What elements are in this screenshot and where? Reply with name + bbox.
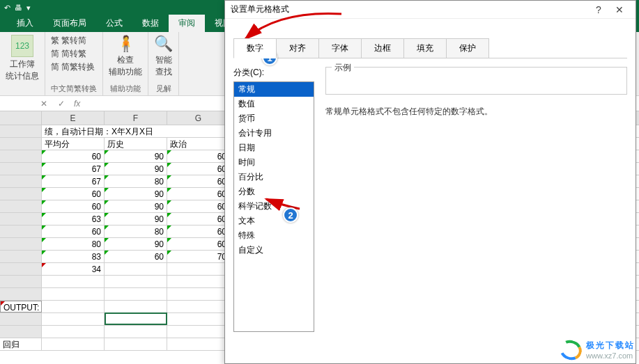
cell[interactable]: 60 — [167, 150, 230, 162]
tab-pagelayout[interactable]: 页面布局 — [43, 15, 96, 32]
category-item[interactable]: 文本 — [234, 214, 314, 228]
ribbon-group-insights: 🔍 智能 查找 见解 — [148, 32, 179, 95]
dialog-tab-font[interactable]: 字体 — [318, 38, 362, 58]
cell[interactable] — [42, 313, 105, 325]
cell[interactable] — [105, 263, 167, 275]
category-description: 常规单元格格式不包含任何特定的数字格式。 — [325, 106, 627, 118]
dialog-close-button[interactable]: ✕ — [609, 4, 630, 15]
cell[interactable]: 83 — [42, 251, 105, 262]
cell[interactable]: 90 — [105, 213, 167, 225]
cell[interactable]: 平均分 — [42, 138, 105, 150]
simp-trad-convert-button[interactable]: 简 简繁转换 — [51, 61, 97, 73]
title-cell[interactable]: 绩，自动计日期：X年X月X日 — [42, 125, 230, 137]
tab-insert[interactable]: 插入 — [7, 15, 43, 32]
ribbon-group-translate: 繁 繁转简 简 简转繁 简 简繁转换 中文简繁转换 — [45, 32, 103, 95]
cell[interactable] — [42, 338, 105, 350]
cell[interactable] — [167, 313, 230, 325]
cell[interactable] — [105, 338, 167, 350]
qat-undo-icon[interactable]: ↶ — [4, 3, 10, 13]
dialog-tab-alignment[interactable]: 对齐 — [276, 38, 319, 58]
category-item[interactable]: 百分比 — [234, 170, 314, 184]
cell[interactable] — [167, 288, 230, 300]
col-header-g[interactable]: G — [167, 111, 230, 125]
category-listbox[interactable]: 常规数值货币会计专用日期时间百分比分数科学记数文本特殊自定义 — [233, 81, 314, 332]
cell[interactable] — [105, 276, 167, 287]
cell[interactable]: 60 — [42, 225, 105, 237]
qat-print-icon[interactable]: 🖶 — [15, 3, 22, 12]
preview-box: 示例 — [325, 67, 627, 95]
cell[interactable]: 60 — [167, 200, 230, 212]
cell[interactable]: 60 — [105, 251, 167, 262]
cell[interactable]: 90 — [105, 238, 167, 250]
cell[interactable]: 80 — [42, 238, 105, 250]
cell[interactable]: 80 — [105, 225, 167, 237]
cell[interactable] — [105, 288, 167, 300]
category-item[interactable]: 特殊 — [234, 228, 314, 243]
cell[interactable]: 90 — [105, 150, 167, 162]
category-item[interactable]: 数值 — [234, 97, 314, 111]
cell[interactable]: 60 — [42, 188, 105, 200]
cell[interactable]: 60 — [42, 150, 105, 162]
cell[interactable]: 60 — [42, 200, 105, 212]
enter-icon[interactable]: ✓ — [58, 99, 65, 109]
cell[interactable]: 80 — [105, 175, 167, 187]
workbook-stats-button[interactable]: 123 工作簿 统计信息 — [6, 35, 39, 82]
dialog-tab-number[interactable]: 数字 — [233, 38, 277, 58]
insights-group-label: 见解 — [154, 84, 173, 94]
cell[interactable]: 60 — [167, 188, 230, 200]
cell[interactable]: 34 — [42, 263, 105, 275]
cell[interactable] — [42, 288, 105, 300]
cell[interactable] — [42, 301, 105, 312]
cell[interactable]: 67 — [42, 175, 105, 187]
cancel-icon[interactable]: ✕ — [40, 99, 47, 109]
dialog-tab-fill[interactable]: 填充 — [403, 38, 447, 58]
cell[interactable] — [42, 276, 105, 287]
cell[interactable]: 60 — [167, 163, 230, 175]
cell[interactable]: 历史 — [105, 138, 167, 150]
cell[interactable] — [167, 326, 230, 338]
cell[interactable]: 90 — [105, 188, 167, 200]
cell[interactable]: 70 — [167, 251, 230, 262]
cell[interactable]: 60 — [167, 175, 230, 187]
smart-lookup-button[interactable]: 🔍 智能 查找 — [154, 35, 173, 78]
watermark-url: www.xz7.com — [586, 351, 635, 360]
cell[interactable]: 60 — [167, 213, 230, 225]
category-item[interactable]: 日期 — [234, 141, 314, 155]
cell[interactable]: 60 — [167, 225, 230, 237]
check-accessibility-button[interactable]: 🧍 检查 辅助功能 — [109, 35, 142, 78]
col-header-f[interactable]: F — [105, 111, 167, 125]
cell[interactable]: 90 — [105, 163, 167, 175]
trad-to-simp-button[interactable]: 繁 繁转简 — [51, 35, 97, 47]
simp-to-trad-button[interactable]: 简 简转繁 — [51, 48, 97, 60]
tab-formulas[interactable]: 公式 — [96, 15, 132, 32]
cell[interactable] — [42, 326, 105, 338]
dialog-help-button[interactable]: ? — [588, 4, 609, 15]
cell[interactable]: 政治 — [167, 138, 230, 150]
tab-data[interactable]: 数据 — [132, 15, 169, 32]
cell[interactable] — [167, 263, 230, 275]
cell[interactable] — [105, 326, 167, 338]
category-item[interactable]: 货币 — [234, 111, 314, 126]
fx-label[interactable]: fx — [70, 99, 84, 109]
category-item[interactable]: 分数 — [234, 184, 314, 199]
col-header-e[interactable]: E — [42, 111, 105, 125]
tab-review[interactable]: 审阅 — [169, 15, 205, 32]
preview-label: 示例 — [332, 62, 354, 74]
cell[interactable]: 90 — [105, 200, 167, 212]
cell[interactable] — [167, 276, 230, 287]
cell[interactable]: 60 — [167, 238, 230, 250]
category-item[interactable]: 会计专用 — [234, 126, 314, 141]
category-item[interactable]: 科学记数 — [234, 199, 314, 214]
cell[interactable] — [105, 301, 167, 312]
cell[interactable] — [167, 301, 230, 312]
cell[interactable] — [105, 313, 167, 325]
cell[interactable] — [167, 338, 230, 350]
cell[interactable]: 63 — [42, 213, 105, 225]
category-item[interactable]: 时间 — [234, 155, 314, 170]
dialog-tab-border[interactable]: 边框 — [361, 38, 404, 58]
category-item[interactable]: 常规 — [234, 82, 314, 97]
dialog-tab-protection[interactable]: 保护 — [446, 38, 489, 58]
cell[interactable]: 67 — [42, 163, 105, 175]
category-item[interactable]: 自定义 — [234, 243, 314, 258]
quick-access-toolbar: ↶ 🖶 ▾ — [4, 3, 31, 13]
